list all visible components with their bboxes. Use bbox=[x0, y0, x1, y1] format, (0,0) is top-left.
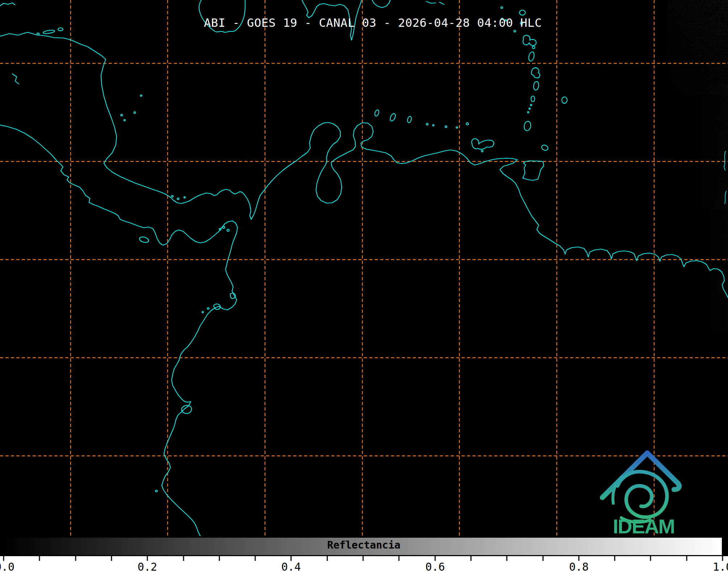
image-title: ABI - GOES 19 - CANAL 03 - 2026-04-28 04… bbox=[204, 16, 542, 30]
satellite-image-viewer: ABI - GOES 19 - CANAL 03 - 2026-04-28 04… bbox=[0, 0, 728, 571]
lesser-antilles bbox=[501, 7, 567, 181]
ideam-logo-text: IDEAM bbox=[613, 515, 674, 538]
tick-label-0.0: 0.0 bbox=[0, 560, 14, 571]
st-lucia bbox=[533, 81, 539, 91]
tick-label-0.6: 0.6 bbox=[425, 560, 445, 571]
tick-label-1.0: 1.0 bbox=[713, 560, 728, 571]
latlon-grid bbox=[0, 0, 728, 536]
coast-fragment bbox=[372, 0, 390, 8]
st-vincent bbox=[531, 96, 535, 102]
martinique bbox=[531, 68, 540, 78]
curacao bbox=[389, 113, 396, 122]
barbados bbox=[562, 97, 567, 104]
bay-islands bbox=[37, 28, 63, 35]
pacific-coastline bbox=[0, 125, 237, 536]
logo-spiral-icon bbox=[618, 472, 667, 517]
tick-label-0.8: 0.8 bbox=[569, 560, 589, 571]
dominica bbox=[528, 51, 535, 62]
tick-label-0.4: 0.4 bbox=[281, 560, 301, 571]
offshore-islets bbox=[121, 95, 230, 243]
colorbar-ticks bbox=[4, 556, 723, 561]
trinidad bbox=[523, 161, 544, 180]
cloud-noise bbox=[51, 0, 728, 332]
aruba bbox=[374, 109, 380, 117]
ideam-logo bbox=[602, 453, 679, 522]
grenada bbox=[523, 121, 531, 131]
coast-fragment bbox=[0, 3, 19, 84]
venezuelan-islands bbox=[374, 109, 494, 152]
margarita bbox=[472, 139, 494, 149]
tick-label-0.2: 0.2 bbox=[138, 560, 157, 571]
satellite-map bbox=[0, 0, 728, 571]
bonaire bbox=[407, 116, 412, 123]
tobago bbox=[541, 144, 549, 151]
coast-fragment bbox=[426, 1, 444, 4]
colorbar-label: Reflectancia bbox=[327, 539, 400, 551]
guadeloupe bbox=[523, 35, 536, 46]
